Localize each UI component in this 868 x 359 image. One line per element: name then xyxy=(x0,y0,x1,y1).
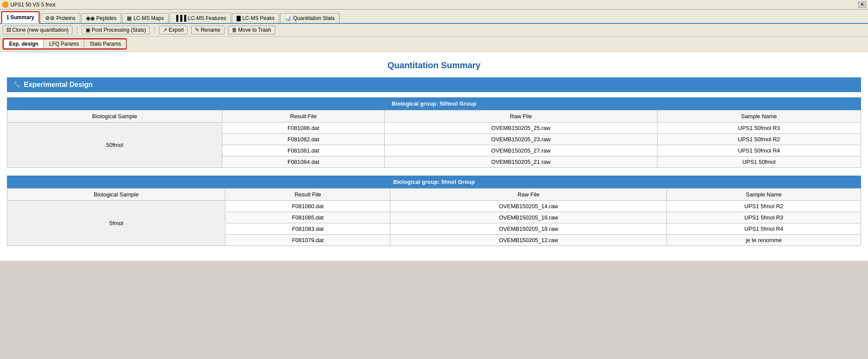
cell-1-2-0: F081083.dat xyxy=(225,223,390,235)
tab-lcmsfeatures[interactable]: ▐▐▐LC-MS Features xyxy=(169,13,231,23)
tab-lcmsmaps-label: LC-MS Maps xyxy=(133,15,164,21)
tab-lcmsfeatures-label: LC-MS Features xyxy=(188,15,226,21)
tab-proteins-label: Proteins xyxy=(56,15,76,21)
cell-0-1-1: OVEMB150205_23.raw xyxy=(385,134,657,145)
tab-lcmspeaks[interactable]: ▇LC-MS Peaks xyxy=(232,13,279,23)
separator-2 xyxy=(154,26,155,34)
tools-icon xyxy=(13,81,20,89)
peptides-icon: ◉◉ xyxy=(86,15,95,21)
tab-peptides-label: Peptides xyxy=(96,15,117,21)
col-header-0-3: Sample Name xyxy=(657,110,861,123)
cell-1-3-1: OVEMB150205_12.raw xyxy=(390,235,667,246)
group-block-1: Biological group: 5fmol GroupBiological … xyxy=(7,176,861,246)
cell-0-3-2: UPS1 50fmol xyxy=(657,156,861,168)
proteins-icon: ⚙⚙ xyxy=(45,15,55,21)
group-title-1: Biological group: 5fmol Group xyxy=(7,176,861,188)
cell-0-1-2: UPS1 50fmol R2 xyxy=(657,134,861,145)
cell-0-2-1: OVEMB150205_27.raw xyxy=(385,145,657,156)
col-header-1-0: Biological Sample xyxy=(7,189,225,201)
close-button[interactable]: ✕ xyxy=(858,1,866,8)
cell-1-0-0: F081080.dat xyxy=(225,201,390,212)
lcmsfeatures-icon: ▐▐▐ xyxy=(174,15,186,21)
col-header-0-1: Result File xyxy=(222,110,385,123)
cell-1-1-2: UPS1 5fmol R3 xyxy=(667,212,861,223)
col-header-0-0: Biological Sample xyxy=(7,110,222,123)
subtab-expdesign[interactable]: Exp. design xyxy=(3,39,44,49)
clone-icon: ⚄ xyxy=(7,27,11,33)
toolbar-postprocessing-button[interactable]: ▣Post Processing (Stats) xyxy=(82,26,150,34)
tab-summary-label: Summary xyxy=(10,14,34,20)
rename-icon: ✎ xyxy=(195,27,199,33)
export-icon: ↗ xyxy=(163,27,167,33)
subtab-lfqparams[interactable]: LFQ Params xyxy=(43,39,84,49)
section-title: Experimental Design xyxy=(24,81,92,89)
group-table-1: Biological SampleResult FileRaw FileSamp… xyxy=(7,188,861,246)
toolbar-clone-button[interactable]: ⚄Clone (new quantitation) xyxy=(3,26,73,34)
toolbar-rename-button[interactable]: ✎Rename xyxy=(191,26,224,34)
sample-label-1: 5fmol xyxy=(7,201,225,246)
title-bar: 🟠 UPS1 50 VS 5 fmol ✕ xyxy=(0,0,868,10)
cell-0-3-1: OVEMB150205_21.raw xyxy=(385,156,657,168)
section-header: Experimental Design xyxy=(7,77,861,92)
cell-0-2-2: UPS1 50fmol R4 xyxy=(657,145,861,156)
postprocessing-icon: ▣ xyxy=(86,27,90,33)
app-icon: 🟠 xyxy=(2,1,9,8)
cell-0-3-0: F081084.dat xyxy=(222,156,385,168)
sub-tabs-area: Exp. designLFQ ParamsStats Params xyxy=(0,37,868,52)
cell-0-1-0: F081082.dat xyxy=(222,134,385,145)
sub-tabs-wrapper: Exp. designLFQ ParamsStats Params xyxy=(3,38,127,50)
group-table-0: Biological SampleResult FileRaw FileSamp… xyxy=(7,110,861,168)
quantstats-icon: 📊 xyxy=(285,15,291,21)
postprocessing-label: Post Processing (Stats) xyxy=(92,27,146,33)
cell-0-0-0: F081086.dat xyxy=(222,123,385,134)
main-tabs: Summary⚙⚙Proteins◉◉Peptides▦LC-MS Maps▐▐… xyxy=(0,10,868,24)
separator-1 xyxy=(77,26,77,34)
col-header-0-2: Raw File xyxy=(385,110,657,123)
cell-0-0-2: UPS1 50fmol R3 xyxy=(657,123,861,134)
toolbar-export-button[interactable]: ↗Export xyxy=(159,26,188,34)
group-title-0: Biological group: 50fmol Group xyxy=(7,97,861,110)
group-block-0: Biological group: 50fmol GroupBiological… xyxy=(7,97,861,168)
toolbar-movetotrash-button[interactable]: 🗑Move to Trash xyxy=(228,26,275,34)
tab-quantstats[interactable]: 📊Quantitation Stats xyxy=(280,13,339,23)
col-header-1-2: Raw File xyxy=(390,189,667,201)
table-row: 50fmolF081086.datOVEMB150205_25.rawUPS1 … xyxy=(7,123,861,134)
content-area: Quantitation Summary Experimental Design… xyxy=(0,52,868,261)
cell-1-0-1: OVEMB150205_14.raw xyxy=(390,201,667,212)
cell-1-1-1: OVEMB150205_16.raw xyxy=(390,212,667,223)
toolbar: ⚄Clone (new quantitation)▣Post Processin… xyxy=(0,24,868,37)
col-header-1-1: Result File xyxy=(225,189,390,201)
tab-lcmsmaps[interactable]: ▦LC-MS Maps xyxy=(122,13,168,23)
clone-label: Clone (new quantitation) xyxy=(12,27,69,33)
export-label: Export xyxy=(168,27,184,33)
table-row: 5fmolF081080.datOVEMB150205_14.rawUPS1 5… xyxy=(7,201,861,212)
sample-label-0: 50fmol xyxy=(7,123,222,168)
tab-quantstats-label: Quantitation Stats xyxy=(293,15,334,21)
subtab-statsparams[interactable]: Stats Params xyxy=(84,39,126,49)
page-title: Quantitation Summary xyxy=(7,60,861,70)
tab-lcmspeaks-label: LC-MS Peaks xyxy=(242,15,274,21)
lcmsmaps-icon: ▦ xyxy=(127,15,132,21)
cell-1-2-2: UPS1 5fmol R4 xyxy=(667,223,861,235)
rename-label: Rename xyxy=(201,27,220,33)
cell-1-1-0: F081085.dat xyxy=(225,212,390,223)
groups-container: Biological group: 50fmol GroupBiological… xyxy=(7,97,861,246)
summary-icon xyxy=(7,14,9,21)
cell-1-3-2: je te renomme xyxy=(667,235,861,246)
cell-1-2-1: OVEMB150205_18.raw xyxy=(390,223,667,235)
col-header-1-3: Sample Name xyxy=(667,189,861,201)
lcmspeaks-icon: ▇ xyxy=(237,15,241,21)
cell-0-2-0: F081081.dat xyxy=(222,145,385,156)
movetotrash-label: Move to Trash xyxy=(238,27,271,33)
tab-proteins[interactable]: ⚙⚙Proteins xyxy=(40,13,80,23)
cell-0-0-1: OVEMB150205_25.raw xyxy=(385,123,657,134)
tab-summary[interactable]: Summary xyxy=(1,11,40,23)
cell-1-0-2: UPS1 5fmol R2 xyxy=(667,201,861,212)
movetotrash-icon: 🗑 xyxy=(232,27,237,33)
title-bar-text: UPS1 50 VS 5 fmol xyxy=(10,2,858,8)
tab-peptides[interactable]: ◉◉Peptides xyxy=(81,13,122,23)
cell-1-3-0: F081079.dat xyxy=(225,235,390,246)
